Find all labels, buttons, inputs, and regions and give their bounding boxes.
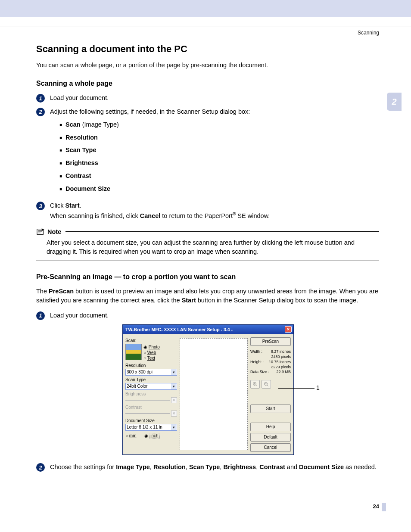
page-number-tab bbox=[382, 503, 386, 511]
contrast-slider[interactable]: 0 bbox=[125, 411, 177, 417]
scan-info: Width :8.27 inches 2480 pixels Height :1… bbox=[250, 349, 291, 374]
zoom-in-icon[interactable] bbox=[250, 380, 260, 389]
note-block: Note After you select a document size, y… bbox=[36, 228, 379, 261]
section-whole-page-title: Scanning a whole page bbox=[36, 80, 379, 87]
chapter-tab: 2 bbox=[387, 93, 402, 111]
dialog-title-bar: TW-Brother MFC- XXXX LAN Scanner Setup -… bbox=[123, 325, 293, 334]
scan-group-label: Scan: bbox=[125, 338, 177, 343]
list-item: Brightness bbox=[59, 159, 379, 168]
prescan-step-2: Choose the settings for Image Type, Reso… bbox=[50, 463, 379, 472]
step-row: 2 Adjust the following settings, if need… bbox=[36, 107, 379, 197]
zoom-out-icon[interactable] bbox=[262, 380, 271, 389]
scanner-setup-dialog: TW-Brother MFC- XXXX LAN Scanner Setup -… bbox=[122, 324, 294, 455]
resolution-select[interactable]: 300 x 300 dpi bbox=[125, 369, 177, 376]
docsize-label: Document Size bbox=[125, 418, 177, 423]
note-body: After you select a document size, you ca… bbox=[36, 236, 379, 261]
page-title: Scanning a document into the PC bbox=[36, 44, 379, 55]
prescan-paragraph: The PreScan button is used to preview an… bbox=[36, 287, 379, 305]
scantype-label: Scan Type bbox=[125, 377, 177, 382]
radio-photo[interactable]: ◉ Photo bbox=[143, 345, 160, 349]
callout-line bbox=[278, 388, 314, 389]
scan-thumbnail bbox=[125, 344, 142, 360]
step-number-icon: 3 bbox=[36, 202, 45, 210]
unit-inch-radio[interactable]: ◉ inch bbox=[144, 433, 160, 438]
step-number-icon: 2 bbox=[36, 108, 45, 116]
list-item: Scan Type bbox=[59, 146, 379, 155]
scantype-select[interactable]: 24bit Color bbox=[125, 383, 177, 390]
contrast-label: Contrast bbox=[125, 405, 177, 410]
step-3-line2: When scanning is finished, click Cancel … bbox=[50, 211, 379, 221]
note-title: Note bbox=[47, 228, 61, 235]
step-row: 3 Click Start. When scanning is finished… bbox=[36, 201, 379, 221]
brightness-label: Brightness bbox=[125, 392, 177, 396]
top-banner bbox=[0, 0, 411, 17]
svg-line-6 bbox=[267, 385, 268, 386]
note-rule bbox=[65, 231, 379, 232]
start-button[interactable]: Start bbox=[250, 404, 291, 413]
settings-list: Scan (Image Type) Resolution Scan Type B… bbox=[50, 120, 379, 194]
step-row: 1 Load your document. bbox=[36, 311, 379, 320]
radio-text[interactable]: ○ Text bbox=[143, 356, 160, 361]
intro-text: You can scan a whole page, or a portion … bbox=[36, 61, 379, 69]
close-icon[interactable]: × bbox=[285, 326, 292, 333]
scanner-dialog-figure: TW-Brother MFC- XXXX LAN Scanner Setup -… bbox=[122, 324, 338, 455]
list-item: Scan (Image Type) bbox=[59, 120, 379, 130]
svg-line-2 bbox=[256, 385, 257, 386]
step-3-line1: Click Start. bbox=[50, 201, 379, 211]
step-1-text: Load your document. bbox=[50, 93, 379, 103]
prescan-step-1: Load your document. bbox=[50, 311, 379, 320]
prescan-button[interactable]: PreScan bbox=[250, 337, 291, 346]
step-row: 2 Choose the settings for Image Type, Re… bbox=[36, 463, 379, 472]
cancel-button[interactable]: Cancel bbox=[250, 443, 291, 452]
page-number: 24 bbox=[373, 503, 379, 510]
step-row: 1 Load your document. bbox=[36, 93, 379, 103]
callout-number: 1 bbox=[316, 384, 320, 391]
unit-mm-radio[interactable]: ○ mm bbox=[125, 433, 137, 438]
header-section-label: Scanning bbox=[0, 27, 411, 36]
radio-web[interactable]: ○ Web bbox=[143, 350, 160, 355]
dialog-title-text: TW-Brother MFC- XXXX LAN Scanner Setup -… bbox=[125, 327, 285, 332]
default-button[interactable]: Default bbox=[250, 433, 291, 442]
section-prescan-title: Pre-Scanning an image — to crop a portio… bbox=[36, 273, 379, 281]
brightness-slider[interactable]: 0 bbox=[125, 397, 177, 403]
step-number-icon: 1 bbox=[36, 94, 45, 103]
note-rule bbox=[36, 261, 379, 261]
list-item: Document Size bbox=[59, 184, 379, 194]
step-2-lead: Adjust the following settings, if needed… bbox=[50, 108, 250, 115]
preview-area[interactable] bbox=[180, 338, 248, 450]
docsize-select[interactable]: Letter 8 1/2 x 11 in bbox=[125, 424, 177, 431]
list-item: Contrast bbox=[59, 171, 379, 181]
list-item: Resolution bbox=[59, 133, 379, 143]
step-number-icon: 2 bbox=[36, 463, 45, 472]
step-number-icon: 1 bbox=[36, 311, 45, 320]
note-icon bbox=[36, 228, 46, 236]
help-button[interactable]: Help bbox=[250, 423, 291, 431]
resolution-label: Resolution bbox=[125, 363, 177, 368]
